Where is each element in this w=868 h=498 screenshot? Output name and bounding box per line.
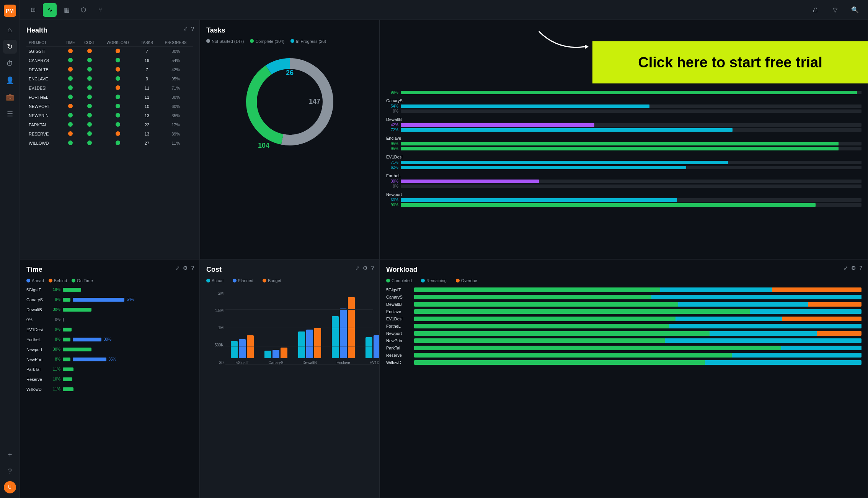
help-icon[interactable]: ? [371, 265, 374, 271]
health-row-project: EV1DESI [26, 83, 61, 93]
main-area: ⊞ ∿ ▦ ⬡ ⑂ 🖨 ▽ 🔍 Click here to start free… [20, 0, 868, 498]
help-icon[interactable]: ? [859, 265, 862, 271]
workload-remaining-bar [665, 338, 861, 343]
workload-remaining-bar [710, 331, 817, 336]
cost-bar-planned [374, 335, 380, 358]
health-row-progress: 35% [158, 111, 193, 120]
time-row: CanaryS 8% 54% [26, 297, 193, 302]
expand-icon[interactable]: ⤢ [175, 265, 180, 271]
time-row: 5GigsIT 19% [26, 287, 193, 292]
expand-icon[interactable]: ⤢ [355, 265, 360, 271]
sidebar-icon-refresh[interactable]: ↻ [3, 40, 17, 54]
health-row-time [61, 139, 80, 148]
health-row-progress: 39% [158, 129, 193, 139]
health-row-workload [100, 93, 136, 102]
tasks-legend-item: Not Started (147) [206, 39, 244, 44]
toolbar-filter2-btn[interactable]: ▽ [828, 3, 842, 17]
health-row-time [61, 47, 80, 56]
help-icon[interactable]: ? [191, 265, 194, 271]
health-row-cost [80, 47, 100, 56]
sidebar: PM ⌂ ↻ ⏱ 👤 💼 ☰ ＋ ？ U [0, 0, 20, 498]
workload-remaining-bar [678, 302, 808, 307]
workload-completed-bar [414, 309, 750, 314]
health-row-progress: 80% [158, 47, 193, 56]
workload-completed-bar [414, 317, 675, 321]
workload-title: Workload [386, 266, 861, 274]
workload-remaining-bar [705, 360, 861, 365]
time-row: Newport 30% [26, 347, 193, 352]
workload-row: ParkTal [386, 346, 861, 350]
settings-icon[interactable]: ⚙ [851, 265, 856, 271]
sidebar-icon-briefcase[interactable]: 💼 [3, 90, 17, 104]
health-row-time [61, 93, 80, 102]
health-row-workload [100, 74, 136, 83]
health-row-cost [80, 93, 100, 102]
settings-icon[interactable]: ⚙ [363, 265, 368, 271]
toolbar-right: 🖨 ▽ 🔍 [808, 3, 862, 17]
health-panel-icons: ⤢ ? [183, 26, 194, 32]
health-row-progress: 95% [158, 74, 193, 83]
workload-remaining-bar [675, 317, 782, 321]
col-time: TIME [61, 39, 80, 47]
cost-legend-item: Actual [206, 278, 224, 283]
health-row-cost [80, 111, 100, 120]
sidebar-icon-user[interactable]: 👤 [3, 73, 17, 87]
health-title: Health [26, 26, 193, 34]
health-row-workload [100, 83, 136, 93]
workload-overdue-bar [782, 317, 861, 321]
time-row: Reserve 10% [26, 377, 193, 382]
toolbar-print-btn[interactable]: 🖨 [808, 3, 822, 17]
health-row-time [61, 83, 80, 93]
sidebar-bottom: ＋ ？ U [3, 447, 17, 493]
health-row-progress: 54% [158, 56, 193, 65]
time-row: 0% 0% [26, 317, 193, 322]
expand-icon[interactable]: ⤢ [183, 26, 188, 32]
help-icon[interactable]: ? [191, 26, 194, 32]
health-row-tasks: 7 [136, 47, 158, 56]
workload-remaining-bar [732, 353, 861, 358]
toolbar-link-btn[interactable]: ⬡ [77, 3, 90, 17]
logo[interactable]: PM [4, 5, 16, 17]
health-row-workload [100, 65, 136, 74]
workload-row: Enclave [386, 309, 861, 314]
settings-icon[interactable]: ⚙ [183, 265, 188, 271]
toolbar-chart-btn[interactable]: ∿ [43, 3, 57, 17]
sidebar-icon-clock[interactable]: ⏱ [3, 57, 17, 70]
workload-row: DewaltB [386, 302, 861, 307]
time-legend-item: Ahead [26, 278, 44, 283]
time-legend: AheadBehindOn Time [26, 278, 193, 283]
sidebar-icon-home[interactable]: ⌂ [3, 23, 17, 37]
health-row-cost [80, 102, 100, 111]
toolbar-table-btn[interactable]: ▦ [60, 3, 73, 17]
cta-banner[interactable]: Click here to start free trial [592, 41, 868, 83]
toolbar-search-btn[interactable]: 🔍 [848, 3, 862, 17]
health-row-time [61, 120, 80, 129]
workload-legend-item: Completed [386, 278, 412, 283]
col-workload: WORKLOAD [100, 39, 136, 47]
health-row-tasks: 3 [136, 74, 158, 83]
col-tasks: TASKS [136, 39, 158, 47]
health-row-progress: 60% [158, 102, 193, 111]
workload-panel-icons: ⤢ ⚙ ? [844, 265, 862, 271]
avatar[interactable]: U [4, 481, 16, 493]
tasks-legend: Not Started (147)Complete (104)In Progre… [206, 39, 373, 44]
expand-icon[interactable]: ⤢ [844, 265, 848, 271]
health-row-tasks: 7 [136, 65, 158, 74]
time-legend-item: Behind [49, 278, 67, 283]
time-row: NewPrin 8% 35% [26, 357, 193, 362]
tasks-panel: Tasks Not Started (147)Complete (104)In … [200, 20, 380, 259]
workload-rows: 5GigsIT CanaryS DewaltB Enclave EV1Desi [386, 287, 861, 365]
workload-panel: Workload ⤢ ⚙ ? CompletedRemainingOverdue… [380, 259, 868, 498]
health-row-cost [80, 139, 100, 148]
tasks-legend-item: Complete (104) [250, 39, 284, 44]
sidebar-icon-list[interactable]: ☰ [3, 107, 17, 121]
sidebar-icon-help[interactable]: ？ [3, 464, 17, 478]
sidebar-icon-add[interactable]: ＋ [3, 447, 17, 461]
workload-row: 5GigsIT [386, 287, 861, 292]
toolbar-filter-btn[interactable]: ⊞ [26, 3, 40, 17]
health-row-tasks: 22 [136, 120, 158, 129]
cost-legend-item: Budget [263, 278, 281, 283]
workload-legend-item: Overdue [456, 278, 477, 283]
toolbar-branch-btn[interactable]: ⑂ [93, 3, 107, 17]
health-row-project: ENCLAVE [26, 74, 61, 83]
